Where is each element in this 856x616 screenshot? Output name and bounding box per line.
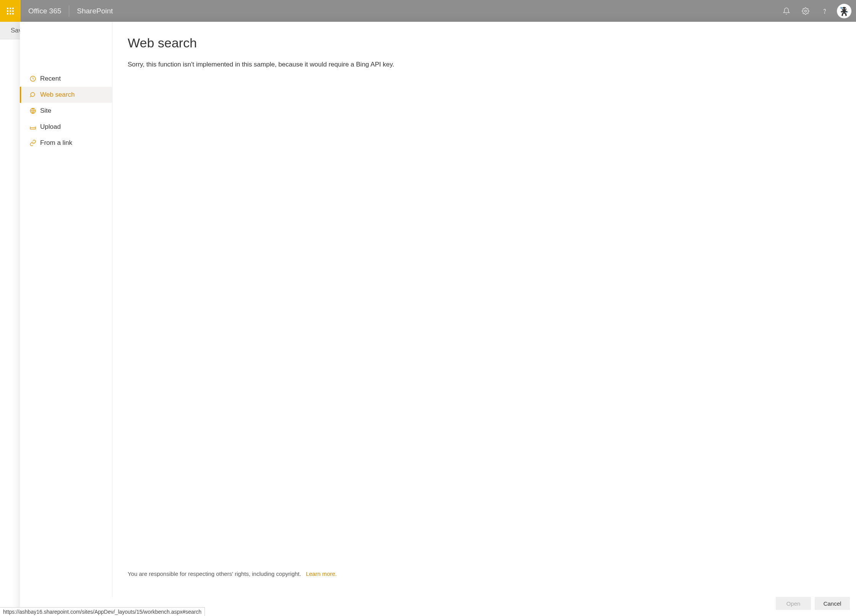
waffle-icon	[7, 8, 14, 15]
svg-rect-11	[847, 11, 848, 12]
avatar[interactable]	[837, 4, 851, 18]
file-picker-dialog: Recent Web search	[20, 22, 856, 39]
avatar-icon	[838, 5, 851, 18]
svg-point-1	[824, 13, 825, 13]
help-icon	[821, 7, 828, 15]
brand-section: Office 365 SharePoint	[21, 0, 120, 22]
brand-sharepoint[interactable]: SharePoint	[69, 7, 120, 15]
help-button[interactable]	[816, 3, 833, 19]
picker-main: Web search Sorry, this function isn't im…	[112, 22, 856, 39]
suite-header: Office 365 SharePoint	[0, 0, 856, 22]
gear-icon	[802, 7, 809, 15]
svg-rect-5	[841, 11, 848, 12]
notifications-button[interactable]	[778, 3, 795, 19]
svg-point-9	[845, 8, 846, 9]
picker-sidebar: Recent Web search	[20, 22, 112, 39]
svg-point-10	[840, 7, 842, 8]
app-launcher-button[interactable]	[0, 0, 21, 22]
bell-icon	[783, 7, 790, 15]
page-title: Web search	[128, 36, 841, 39]
svg-point-8	[842, 8, 844, 9]
settings-button[interactable]	[797, 3, 814, 19]
svg-point-0	[805, 10, 807, 12]
brand-office[interactable]: Office 365	[21, 7, 69, 15]
suite-actions	[778, 3, 856, 19]
